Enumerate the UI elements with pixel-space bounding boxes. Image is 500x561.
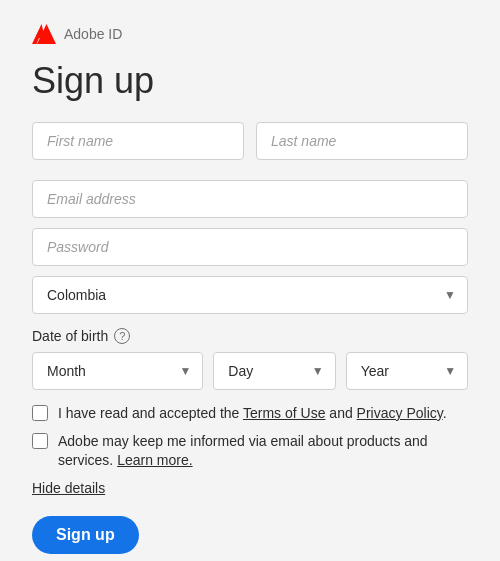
day-select[interactable]: Day 123 456 789 101112 131415 161718 192… [213, 352, 335, 390]
dob-label: Date of birth ? [32, 328, 468, 344]
last-name-input[interactable] [256, 122, 468, 160]
year-select[interactable]: Year 20242010 20001990 19801970 19601950 [346, 352, 468, 390]
country-group: Colombia United States Spain Mexico ▼ [32, 276, 468, 314]
email-group [32, 180, 468, 218]
year-select-wrapper: Year 20242010 20001990 19801970 19601950… [346, 352, 468, 390]
first-name-group [32, 122, 244, 160]
hide-details-link[interactable]: Hide details [32, 480, 105, 496]
terms-checkbox-label[interactable]: I have read and accepted the Terms of Us… [32, 404, 468, 424]
password-input[interactable] [32, 228, 468, 266]
privacy-policy-link[interactable]: Privacy Policy [357, 405, 443, 421]
marketing-checkbox[interactable] [32, 433, 48, 449]
day-select-wrapper: Day 123 456 789 101112 131415 161718 192… [213, 352, 335, 390]
checkbox-section: I have read and accepted the Terms of Us… [32, 404, 468, 471]
first-name-input[interactable] [32, 122, 244, 160]
email-input[interactable] [32, 180, 468, 218]
terms-checkbox[interactable] [32, 405, 48, 421]
month-select[interactable]: Month January February March April May J… [32, 352, 203, 390]
marketing-text: Adobe may keep me informed via email abo… [58, 432, 468, 471]
adobe-logo-icon [32, 24, 56, 44]
terms-of-use-link[interactable]: Terms of Use [243, 405, 325, 421]
adobe-header: Adobe ID [32, 24, 468, 44]
page-title: Sign up [32, 60, 468, 102]
last-name-group [256, 122, 468, 160]
adobe-id-label: Adobe ID [64, 26, 122, 42]
page-container: Adobe ID Sign up Colombia United States … [0, 0, 500, 561]
date-of-birth-section: Date of birth ? Month January February M… [32, 328, 468, 390]
marketing-checkbox-label[interactable]: Adobe may keep me informed via email abo… [32, 432, 468, 471]
dob-help-icon[interactable]: ? [114, 328, 130, 344]
country-select[interactable]: Colombia United States Spain Mexico [32, 276, 468, 314]
date-row: Month January February March April May J… [32, 352, 468, 390]
terms-text: I have read and accepted the Terms of Us… [58, 404, 447, 424]
country-select-wrapper: Colombia United States Spain Mexico ▼ [32, 276, 468, 314]
learn-more-link[interactable]: Learn more. [117, 452, 192, 468]
month-select-wrapper: Month January February March April May J… [32, 352, 203, 390]
name-row [32, 122, 468, 170]
signup-button[interactable]: Sign up [32, 516, 139, 554]
password-group [32, 228, 468, 266]
